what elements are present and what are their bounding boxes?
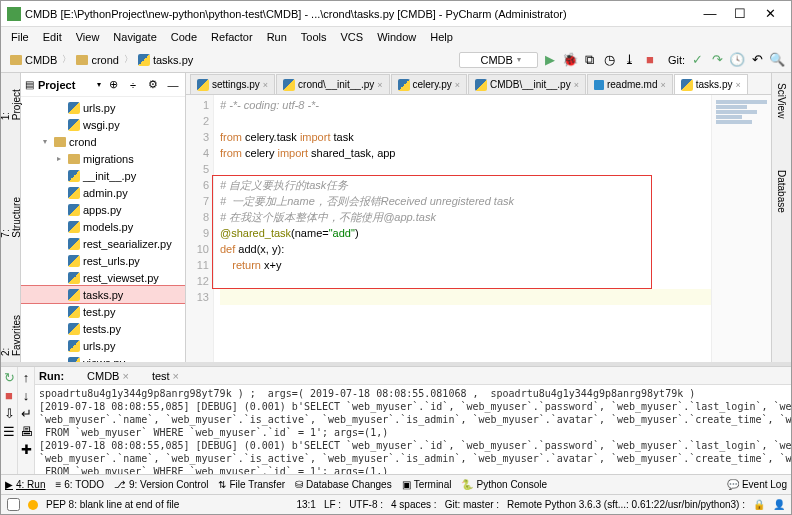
run-tab[interactable]: CMDB × xyxy=(74,370,129,382)
tree-item[interactable]: views.py xyxy=(21,354,185,362)
menu-view[interactable]: View xyxy=(70,29,106,45)
close-tab-icon[interactable]: × xyxy=(574,80,579,90)
bottom-tab[interactable]: 🐍 Python Console xyxy=(461,479,547,490)
code-line[interactable]: @shared_task(name="add") xyxy=(220,225,711,241)
maximize-button[interactable]: ☐ xyxy=(725,4,755,24)
coverage-icon[interactable]: ⧉ xyxy=(582,52,598,68)
tree-item[interactable]: __init__.py xyxy=(21,167,185,184)
inspector-icon[interactable]: 👤 xyxy=(773,499,785,510)
gear-icon[interactable]: ⚙ xyxy=(145,77,161,93)
close-tab-icon[interactable]: × xyxy=(661,80,666,90)
editor-tab[interactable]: crond\__init__.py× xyxy=(276,74,389,94)
menu-refactor[interactable]: Refactor xyxy=(205,29,259,45)
encoding[interactable]: UTF-8 : xyxy=(349,499,383,510)
stop-run-icon[interactable]: ■ xyxy=(1,387,17,403)
tree-item[interactable]: rest_searializer.py xyxy=(21,235,185,252)
run-config-selector[interactable]: CMDB ▾ xyxy=(459,52,537,68)
code-line[interactable]: # 在我这个版本整体中，不能使用@app.task xyxy=(220,209,711,225)
rerun-icon[interactable]: ↻ xyxy=(1,369,17,385)
console-output[interactable]: spoadrtu8u4g1y344g9p8anrg98yt79k ) ; arg… xyxy=(35,385,792,474)
menu-window[interactable]: Window xyxy=(371,29,422,45)
tree-item[interactable]: tasks.py xyxy=(21,286,185,303)
code-line[interactable]: # -*- coding: utf-8 -*- xyxy=(220,97,711,113)
clear-icon[interactable]: ✚ xyxy=(18,441,34,457)
minimize-button[interactable]: — xyxy=(695,4,725,24)
bottom-tab[interactable]: ⎇ 9: Version Control xyxy=(114,479,209,490)
tree-item[interactable]: rest_urls.py xyxy=(21,252,185,269)
breadcrumb-item[interactable]: crond xyxy=(73,52,122,68)
vcs-history-icon[interactable]: 🕓 xyxy=(729,52,745,68)
close-tab-icon[interactable]: × xyxy=(735,80,740,90)
vtab-project[interactable]: 1: Project xyxy=(1,77,24,126)
breadcrumb-item[interactable]: tasks.py xyxy=(135,52,196,68)
project-tree[interactable]: urls.pywsgi.py▾crond▸migrations__init__.… xyxy=(21,97,185,362)
menu-help[interactable]: Help xyxy=(424,29,459,45)
code-line[interactable]: return x+y xyxy=(220,257,711,273)
softwrap-icon[interactable]: ↵ xyxy=(18,405,34,421)
close-tab-icon[interactable]: × xyxy=(377,80,382,90)
filter-icon[interactable]: ☰ xyxy=(1,423,17,439)
code-line[interactable] xyxy=(220,113,711,129)
close-tab-icon[interactable]: × xyxy=(455,80,460,90)
debug-icon[interactable]: 🐞 xyxy=(562,52,578,68)
indent[interactable]: 4 spaces : xyxy=(391,499,437,510)
vcs-commit-icon[interactable]: ↷ xyxy=(709,52,725,68)
tree-item[interactable]: test.py xyxy=(21,303,185,320)
collapse-icon[interactable]: ⊕ xyxy=(105,77,121,93)
bottom-tab[interactable]: ⇅ File Transfer xyxy=(218,479,285,490)
pep8-checkbox[interactable] xyxy=(7,498,20,511)
hide-pane-icon[interactable]: — xyxy=(165,77,181,93)
close-run-tab-icon[interactable]: × xyxy=(122,370,128,382)
menu-file[interactable]: File xyxy=(5,29,35,45)
editor-tab[interactable]: CMDB\__init__.py× xyxy=(468,74,586,94)
editor-tab[interactable]: settings.py× xyxy=(190,74,275,94)
up-stack-icon[interactable]: ↑ xyxy=(18,369,34,385)
profile-icon[interactable]: ◷ xyxy=(602,52,618,68)
vtab-structure[interactable]: 7: Structure xyxy=(1,186,24,244)
minimap[interactable] xyxy=(711,95,771,362)
tree-item[interactable]: urls.py xyxy=(21,337,185,354)
editor-tab[interactable]: celery.py× xyxy=(391,74,468,94)
stop-icon[interactable]: ■ xyxy=(642,52,658,68)
menu-vcs[interactable]: VCS xyxy=(335,29,370,45)
menu-run[interactable]: Run xyxy=(261,29,293,45)
code-line[interactable] xyxy=(220,161,711,177)
tree-item[interactable]: wsgi.py xyxy=(21,116,185,133)
tree-item[interactable]: apps.py xyxy=(21,201,185,218)
vcs-update-icon[interactable]: ✓ xyxy=(689,52,705,68)
line-separator[interactable]: LF : xyxy=(324,499,341,510)
run-icon[interactable]: ▶ xyxy=(542,52,558,68)
menu-navigate[interactable]: Navigate xyxy=(107,29,162,45)
tree-item[interactable]: tests.py xyxy=(21,320,185,337)
bottom-tab[interactable]: ▣ Terminal xyxy=(402,479,452,490)
code-line[interactable]: from celery import shared_task, app xyxy=(220,145,711,161)
code-line[interactable] xyxy=(220,273,711,289)
menu-tools[interactable]: Tools xyxy=(295,29,333,45)
git-branch[interactable]: Git: master : xyxy=(445,499,499,510)
search-icon[interactable]: 🔍 xyxy=(769,52,785,68)
code-line[interactable]: def add(x, y): xyxy=(220,241,711,257)
code-line[interactable]: # 自定义要执行的task任务 xyxy=(220,177,711,193)
bottom-tab[interactable]: ▶ 4: Run xyxy=(5,479,45,490)
tree-item[interactable]: ▾crond xyxy=(21,133,185,150)
attach-icon[interactable]: ⤓ xyxy=(622,52,638,68)
vtab-sciview[interactable]: SciView xyxy=(774,77,789,124)
editor-tab[interactable]: tasks.py× xyxy=(674,74,748,94)
vtab-database[interactable]: Database xyxy=(774,164,789,219)
tree-item[interactable]: ▸migrations xyxy=(21,150,185,167)
code-editor[interactable]: # -*- coding: utf-8 -*- from celery.task… xyxy=(214,95,711,362)
run-tab[interactable]: test × xyxy=(139,370,179,382)
editor-tab[interactable]: readme.md× xyxy=(587,74,673,94)
event-log-tab[interactable]: 💬 Event Log xyxy=(727,479,787,490)
bottom-tab[interactable]: ≡ 6: TODO xyxy=(55,479,104,490)
tree-item[interactable]: urls.py xyxy=(21,99,185,116)
breadcrumb-item[interactable]: CMDB xyxy=(7,52,60,68)
close-button[interactable]: ✕ xyxy=(755,4,785,24)
tree-item[interactable]: rest_viewset.py xyxy=(21,269,185,286)
menu-code[interactable]: Code xyxy=(165,29,203,45)
print-icon[interactable]: 🖶 xyxy=(18,423,34,439)
menu-edit[interactable]: Edit xyxy=(37,29,68,45)
down-icon[interactable]: ⇩ xyxy=(1,405,17,421)
bottom-tab[interactable]: ⛁ Database Changes xyxy=(295,479,392,490)
tree-item[interactable]: models.py xyxy=(21,218,185,235)
